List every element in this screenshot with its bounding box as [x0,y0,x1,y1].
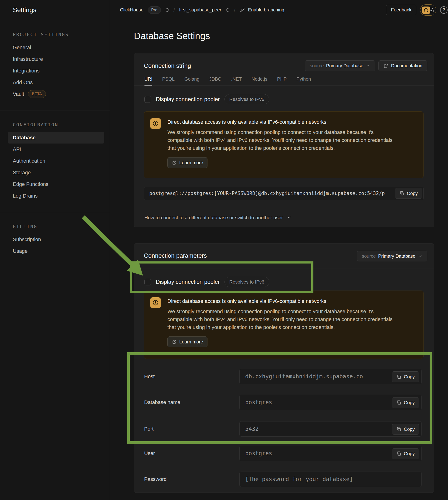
resolves-to-ipv6-badge: Resolves to IPv6 [224,277,269,287]
source-select-label: source [362,253,376,259]
pooler-label: Display connection pooler [156,96,220,102]
card-title: Connection string [144,62,191,69]
field-row-host: Host db.cxhygiuitamxhniiddjm.supabase.co… [144,369,422,384]
sidebar-item-infrastructure[interactable]: Infrastructure [0,53,110,65]
sidebar-item-label: Vault [13,91,24,97]
field-label: User [144,450,239,456]
source-select-value: Primary Database [326,63,363,68]
sidebar-section-billing: BILLING Subscription Usage [0,212,110,267]
learn-more-label: Learn more [179,160,203,166]
copy-user-button[interactable]: Copy [392,448,419,459]
project-selector-chevrons-icon[interactable] [226,7,230,13]
password-placeholder: [The password for your database] [245,476,353,483]
field-row-password: Password [The password for your database… [144,472,422,487]
display-connection-pooler-checkbox[interactable] [144,96,151,103]
sidebar-item-authentication[interactable]: Authentication [0,155,110,167]
sidebar-item-log-drains[interactable]: Log Drains [0,190,110,202]
beta-badge: BETA [28,90,46,98]
password-field[interactable]: [The password for your database] [239,472,422,487]
sidebar-section-configuration: CONFIGURATION Database API Authenticatio… [0,110,110,212]
tab-uri[interactable]: URI [144,76,152,85]
learn-more-label: Learn more [179,339,203,345]
tab-psql[interactable]: PSQL [162,76,175,85]
host-value: db.cxhygiuitamxhniiddjm.supabase.co [245,373,363,380]
sidebar-item-edge-functions[interactable]: Edge Functions [0,179,110,190]
connection-string-tabs: URI PSQL Golang JDBC .NET Node.js PHP Py… [144,76,311,85]
sidebar-section-project-settings: PROJECT SETTINGS General Infrastructure … [0,20,110,110]
sidebar-item-integrations[interactable]: Integrations [0,65,110,77]
pooler-toggle-row: Display connection pooler Resolves to IP… [144,94,269,104]
settings-sidebar: PROJECT SETTINGS General Infrastructure … [0,20,110,500]
sidebar-item-api[interactable]: API [0,144,110,155]
copy-icon [399,191,404,196]
learn-more-button[interactable]: Learn more [167,336,208,347]
port-value: 5432 [245,426,259,432]
enable-branching-button[interactable]: Enable branching [240,7,284,13]
sidebar-item-general[interactable]: General [0,42,110,53]
copy-port-button[interactable]: Copy [392,424,419,434]
connection-string-card: Connection string source Primary Databas… [134,53,434,227]
connection-string-footer[interactable]: How to connect to a different database o… [134,208,434,227]
copy-uri-button[interactable]: Copy [395,188,422,199]
org-selector-chevrons-icon[interactable] [165,7,169,13]
copy-database-name-button[interactable]: Copy [392,397,419,408]
breadcrumb-project[interactable]: first_supabase_peer [179,7,221,13]
warning-title: Direct database access is only available… [167,298,416,304]
field-row-port: Port 5432 Copy [144,421,422,437]
database-name-value: postgres [245,399,272,406]
learn-more-button[interactable]: Learn more [167,157,208,168]
sidebar-item-add-ons[interactable]: Add Ons [0,77,110,88]
copy-icon [396,400,401,405]
sidebar-item-storage[interactable]: Storage [0,167,110,179]
sidebar-item-usage[interactable]: Usage [0,245,110,257]
chevron-down-icon [287,215,292,220]
connection-uri-field[interactable]: postgresql://postgres:[YOUR-PASSWORD]@db… [144,187,424,200]
sidebar-section-title: PROJECT SETTINGS [13,32,110,37]
documentation-button[interactable]: Documentation [378,60,427,71]
tab-python[interactable]: Python [296,76,311,85]
sidebar-section-title: BILLING [13,224,110,229]
notifications-button[interactable] [420,4,436,16]
copy-label: Copy [404,427,415,432]
copy-host-button[interactable]: Copy [392,371,419,382]
help-button[interactable]: ? [440,6,448,14]
display-connection-pooler-checkbox[interactable] [144,279,151,285]
user-field[interactable]: postgres Copy [239,446,422,461]
database-name-field[interactable]: postgres Copy [239,395,422,410]
enable-branching-label: Enable branching [248,7,284,13]
page-header-title: Settings [13,6,36,14]
tab-nodejs[interactable]: Node.js [252,76,267,85]
copy-icon [396,427,401,432]
resolves-to-ipv6-badge: Resolves to IPv6 [224,94,269,104]
sidebar-item-vault[interactable]: Vault BETA [0,88,110,100]
source-select[interactable]: source Primary Database [357,251,427,261]
chevron-down-icon [366,63,370,68]
source-select[interactable]: source Primary Database [305,60,375,71]
copy-icon [396,374,401,379]
port-field[interactable]: 5432 Copy [239,421,422,437]
footer-expander-label: How to connect to a different database o… [144,215,283,220]
breadcrumb: ClickHouse Pro / first_supabase_peer / E… [110,0,448,20]
tab-php[interactable]: PHP [277,76,287,85]
sidebar-item-subscription[interactable]: Subscription [0,234,110,245]
external-link-icon [172,160,176,165]
connection-parameters-header: Connection parameters source Primary Dat… [134,244,434,268]
connection-uri-value: postgresql://postgres:[YOUR-PASSWORD]@db… [149,191,385,196]
sidebar-item-database[interactable]: Database [8,132,104,144]
tab-dotnet[interactable]: .NET [231,76,242,85]
breadcrumb-org[interactable]: ClickHouse [120,7,144,13]
tab-golang[interactable]: Golang [184,76,200,85]
tab-jdbc[interactable]: JDBC [209,76,221,85]
ipv6-warning-panel: Direct database access is only available… [144,291,424,359]
host-field[interactable]: db.cxhygiuitamxhniiddjm.supabase.co Copy [239,369,422,384]
copy-label: Copy [407,191,418,196]
warning-body: We strongly recommend using connection p… [167,308,398,331]
field-row-user: User postgres Copy [144,446,422,461]
external-link-icon [383,63,388,68]
settings-header: Settings [0,0,110,20]
copy-label: Copy [404,451,415,456]
plan-badge: Pro [148,6,161,14]
feedback-button[interactable]: Feedback [386,5,416,15]
chevron-down-icon [418,254,422,258]
field-label: Database name [144,399,239,405]
